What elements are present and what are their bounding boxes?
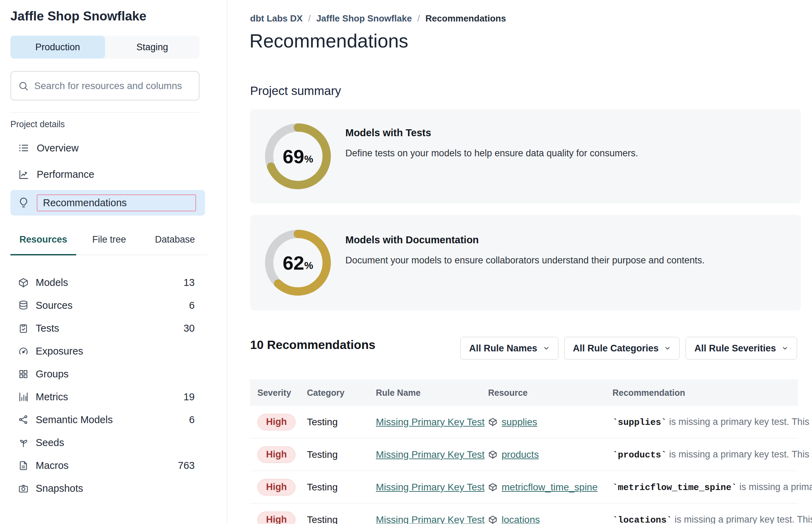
filter-label: All Rule Severities: [694, 343, 776, 354]
sidebar-item-semantic-models[interactable]: Semantic Models 6: [10, 408, 195, 431]
tab-file-tree[interactable]: File tree: [76, 234, 142, 255]
resource-link[interactable]: metricflow_time_spine: [502, 482, 598, 493]
table-row: High Testing Missing Primary Key Test su…: [250, 406, 798, 438]
tab-staging[interactable]: Staging: [105, 36, 200, 59]
nav-item-label: Performance: [37, 169, 94, 180]
tab-resources[interactable]: Resources: [10, 234, 76, 255]
camera-icon: [18, 483, 29, 494]
percent-symbol: %: [304, 260, 313, 271]
filter-rule-names[interactable]: All Rule Names: [460, 337, 558, 360]
resource-count: 763: [178, 460, 195, 471]
cube-icon: [488, 482, 497, 492]
resource-list: Models 13 Sources 6 Tests 30 Exposures: [10, 271, 195, 500]
resource-count: 6: [189, 414, 195, 426]
category-cell: Testing: [307, 514, 376, 524]
cube-icon: [488, 417, 497, 427]
chevron-down-icon: [664, 345, 671, 352]
resource-link[interactable]: locations: [502, 514, 540, 524]
card-title: Models with Documentation: [345, 234, 479, 246]
clipboard-check-icon: [18, 323, 29, 334]
rule-name-link[interactable]: Missing Primary Key Test: [376, 482, 485, 492]
sidebar-item-tests[interactable]: Tests 30: [10, 317, 195, 340]
severity-badge: High: [257, 512, 295, 524]
sprout-icon: [18, 437, 29, 448]
severity-badge: High: [257, 446, 295, 463]
resource-link[interactable]: supplies: [502, 417, 537, 428]
recommendation-filters: All Rule Names All Rule Categories All R…: [460, 337, 797, 360]
breadcrumb-project[interactable]: Jaffle Shop Snowflake: [316, 13, 412, 24]
main-content: dbt Labs DX / Jaffle Shop Snowflake / Re…: [228, 0, 812, 524]
resource-count: 19: [184, 391, 195, 403]
sidebar-view-tabs: Resources File tree Database: [10, 234, 208, 255]
recommendation-cell: `supplies` is missing a primary key test…: [612, 417, 812, 428]
summary-card-models-with-tests: 69 % Models with Tests Define tests on y…: [250, 109, 801, 203]
sidebar-item-metrics[interactable]: Metrics 19: [10, 385, 195, 408]
cube-icon: [488, 515, 497, 524]
sidebar-item-snapshots[interactable]: Snapshots: [10, 477, 195, 500]
card-description: Document your models to ensure collabora…: [345, 255, 705, 266]
col-severity: Severity: [257, 388, 307, 398]
sidebar-item-models[interactable]: Models 13: [10, 271, 195, 294]
tab-database[interactable]: Database: [142, 234, 208, 255]
sidebar-item-groups[interactable]: Groups: [10, 363, 195, 385]
recommendation-cell: `locations` is missing a primary key tes…: [612, 514, 812, 524]
breadcrumb: dbt Labs DX / Jaffle Shop Snowflake / Re…: [250, 13, 506, 24]
col-rule-name: Rule Name: [376, 388, 488, 398]
chart-line-icon: [18, 169, 29, 180]
filter-label: All Rule Names: [469, 343, 537, 354]
cube-icon: [18, 277, 29, 288]
sidebar-item-sources[interactable]: Sources 6: [10, 294, 195, 317]
search-input[interactable]: [34, 80, 192, 91]
file-text-icon: [18, 460, 29, 471]
category-cell: Testing: [307, 482, 376, 493]
resource-code: `supplies`: [612, 417, 667, 428]
resource-count: 13: [184, 277, 195, 288]
card-description: Define tests on your models to help ensu…: [345, 148, 638, 159]
resource-count: 30: [184, 323, 195, 334]
bar-chart-icon: [18, 392, 29, 402]
resource-link[interactable]: products: [502, 449, 539, 460]
search-icon: [18, 80, 29, 92]
sidebar-divider: [10, 112, 200, 113]
recommendation-text: is missing a primary ke: [737, 482, 812, 492]
breadcrumb-account[interactable]: dbt Labs DX: [250, 13, 303, 24]
project-summary-title: Project summary: [250, 84, 341, 98]
card-title: Models with Tests: [345, 127, 431, 139]
rule-name-link[interactable]: Missing Primary Key Test: [376, 417, 485, 427]
nav-item-performance[interactable]: Performance: [10, 164, 205, 185]
chevron-down-icon: [782, 345, 788, 352]
severity-badge: High: [257, 414, 295, 430]
rule-name-link[interactable]: Missing Primary Key Test: [376, 449, 485, 460]
col-recommendation: Recommendation: [612, 388, 798, 398]
filter-rule-categories[interactable]: All Rule Categories: [564, 337, 680, 360]
table-row: High Testing Missing Primary Key Test me…: [250, 471, 798, 504]
project-details-label: Project details: [10, 119, 65, 129]
nav-item-overview[interactable]: Overview: [10, 137, 205, 159]
resource-count: 6: [189, 300, 195, 311]
severity-badge: High: [257, 479, 295, 496]
cube-icon: [488, 450, 497, 459]
resource-label: Models: [36, 277, 68, 288]
sidebar-item-seeds[interactable]: Seeds: [10, 431, 195, 454]
search-box[interactable]: [10, 71, 200, 101]
tab-production[interactable]: Production: [10, 36, 105, 59]
sidebar-item-macros[interactable]: Macros 763: [10, 454, 195, 477]
filter-rule-severities[interactable]: All Rule Severities: [686, 337, 797, 360]
tests-coverage-donut: 69 %: [265, 123, 331, 189]
nav-item-recommendations[interactable]: Recommendations: [10, 190, 205, 216]
network-icon: [18, 414, 29, 425]
table-row: High Testing Missing Primary Key Test pr…: [250, 438, 798, 471]
resource-label: Exposures: [36, 346, 83, 357]
sidebar-item-exposures[interactable]: Exposures: [10, 340, 195, 363]
recommendation-cell: `products` is missing a primary key test…: [612, 449, 812, 460]
list-icon: [18, 142, 29, 154]
resource-label: Seeds: [36, 437, 64, 448]
resource-label: Groups: [36, 368, 69, 380]
filter-label: All Rule Categories: [573, 343, 659, 354]
table-header: Severity Category Rule Name Resource Rec…: [250, 379, 798, 406]
rule-name-link[interactable]: Missing Primary Key Test: [376, 514, 485, 524]
resource-code: `locations`: [612, 515, 672, 524]
recommendation-text: is missing a primary key test. This test: [667, 417, 812, 427]
page-title: Recommendations: [249, 30, 408, 52]
category-cell: Testing: [307, 449, 376, 460]
